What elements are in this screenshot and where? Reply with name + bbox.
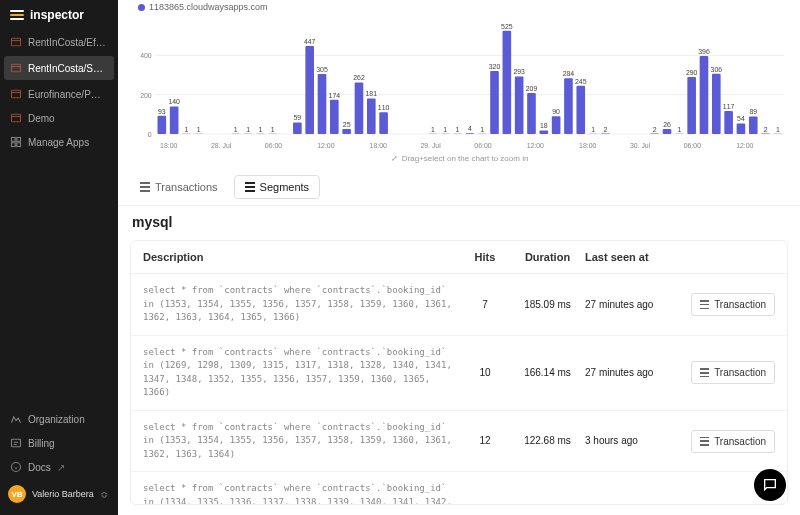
table-header: Description Hits Duration Last seen at — [131, 241, 787, 274]
svg-rect-58 — [490, 71, 499, 134]
svg-text:18: 18 — [540, 122, 548, 129]
svg-text:30. Jul: 30. Jul — [630, 142, 651, 149]
cell-hits: 7 — [460, 299, 510, 310]
sidebar-item-app-2[interactable]: Eurofinance/PROD — [0, 82, 118, 106]
sidebar-item-app-4[interactable]: Manage Apps — [0, 130, 118, 154]
col-duration: Duration — [510, 251, 585, 263]
brand-icon — [10, 10, 24, 20]
grid-icon — [10, 136, 22, 148]
cell-last-seen: 27 minutes ago — [585, 299, 680, 310]
svg-text:209: 209 — [526, 85, 538, 92]
transaction-button[interactable]: Transaction — [691, 361, 775, 384]
chart[interactable]: 0200400931401111115944730517425262181110… — [128, 12, 790, 152]
transaction-button[interactable]: Transaction — [691, 430, 775, 453]
svg-rect-66 — [539, 130, 548, 134]
list-icon — [140, 182, 150, 192]
cell-duration: 185.09 ms — [510, 299, 585, 310]
svg-text:293: 293 — [513, 68, 525, 75]
svg-text:54: 54 — [737, 115, 745, 122]
sidebar-item-billing[interactable]: Billing — [0, 431, 118, 455]
chat-fab[interactable] — [754, 469, 786, 501]
svg-text:1: 1 — [456, 126, 460, 133]
sidebar-item-label: RentInCosta/Sorr… — [28, 63, 108, 74]
transaction-button[interactable]: Transaction — [691, 505, 775, 506]
svg-text:1: 1 — [443, 126, 447, 133]
col-action — [680, 251, 775, 263]
svg-rect-36 — [318, 74, 327, 134]
svg-text:1: 1 — [480, 126, 484, 133]
svg-text:4: 4 — [468, 125, 472, 132]
svg-text:447: 447 — [304, 38, 316, 45]
billing-icon — [10, 437, 22, 449]
cell-action: Transaction — [680, 504, 775, 505]
sidebar-item-label: Eurofinance/PROD — [28, 89, 108, 100]
svg-text:1: 1 — [246, 126, 250, 133]
svg-text:110: 110 — [378, 104, 390, 111]
user-name: Valerio Barbera — [32, 489, 94, 499]
legend-dot-icon — [138, 4, 145, 11]
tab-transactions[interactable]: Transactions — [130, 176, 228, 198]
cell-duration: 166.14 ms — [510, 367, 585, 378]
table-body: select * from `contracts` where `contrac… — [131, 274, 787, 505]
svg-text:0: 0 — [148, 131, 152, 138]
svg-rect-80 — [663, 129, 672, 134]
transaction-icon — [700, 368, 709, 377]
nav-bottom: OrganizationBillingDocs ↗ VB Valerio Bar… — [0, 407, 118, 515]
svg-text:525: 525 — [501, 23, 513, 30]
svg-rect-0 — [12, 38, 21, 46]
svg-text:06:00: 06:00 — [265, 142, 282, 149]
sidebar-item-app-0[interactable]: RentInCosta/Efisio — [0, 30, 118, 54]
app-icon — [10, 88, 22, 100]
svg-rect-88 — [712, 74, 721, 134]
chart-hint: ⤢ Drag+select on the chart to zoom in — [128, 152, 790, 169]
legend-text: 1183865.cloudwaysapps.com — [149, 2, 268, 12]
external-link-icon: ↗ — [57, 462, 65, 473]
svg-text:06:00: 06:00 — [684, 142, 701, 149]
user-row[interactable]: VB Valerio Barbera ≎ — [0, 479, 118, 509]
svg-text:25: 25 — [343, 121, 351, 128]
sidebar-item-app-3[interactable]: Demo — [0, 106, 118, 130]
transaction-button[interactable]: Transaction — [691, 293, 775, 316]
svg-text:06:00: 06:00 — [474, 142, 491, 149]
svg-rect-40 — [342, 129, 351, 134]
cell-hits: 10 — [460, 367, 510, 378]
svg-text:18:00: 18:00 — [160, 142, 177, 149]
svg-rect-34 — [305, 46, 314, 134]
svg-text:1: 1 — [197, 126, 201, 133]
svg-text:90: 90 — [552, 108, 560, 115]
tab-segments[interactable]: Segments — [234, 175, 321, 199]
table-row: select * from `contracts` where `contrac… — [131, 336, 787, 411]
svg-rect-60 — [503, 31, 512, 134]
svg-text:396: 396 — [698, 48, 710, 55]
table-row: select * from `contracts` where `contrac… — [131, 472, 787, 505]
svg-text:181: 181 — [366, 90, 378, 97]
sidebar-item-label: Billing — [28, 438, 55, 449]
svg-text:1: 1 — [234, 126, 238, 133]
col-last-seen: Last seen at — [585, 251, 680, 263]
svg-rect-44 — [367, 98, 376, 134]
segments-icon — [245, 182, 255, 192]
sidebar-item-label: Manage Apps — [28, 137, 89, 148]
svg-text:400: 400 — [140, 52, 152, 59]
segments-table: Description Hits Duration Last seen at s… — [130, 240, 788, 505]
svg-text:117: 117 — [723, 103, 735, 110]
tab-segments-label: Segments — [260, 181, 310, 193]
svg-rect-8 — [12, 439, 21, 447]
svg-rect-92 — [737, 123, 746, 134]
brand: inspector — [0, 0, 118, 30]
svg-text:1: 1 — [677, 126, 681, 133]
cell-hits: 12 — [460, 435, 510, 446]
sidebar-item-app-1[interactable]: RentInCosta/Sorr… — [4, 56, 114, 80]
svg-text:93: 93 — [158, 108, 166, 115]
svg-rect-3 — [12, 114, 21, 122]
svg-text:306: 306 — [711, 66, 723, 73]
svg-rect-42 — [355, 82, 364, 134]
cell-action: Transaction — [680, 429, 775, 453]
svg-text:59: 59 — [294, 114, 302, 121]
svg-text:2: 2 — [603, 126, 607, 133]
sidebar-item-organization[interactable]: Organization — [0, 407, 118, 431]
svg-rect-72 — [576, 86, 585, 134]
svg-text:140: 140 — [168, 98, 180, 105]
svg-text:1: 1 — [185, 126, 189, 133]
sidebar-item-docs[interactable]: Docs ↗ — [0, 455, 118, 479]
